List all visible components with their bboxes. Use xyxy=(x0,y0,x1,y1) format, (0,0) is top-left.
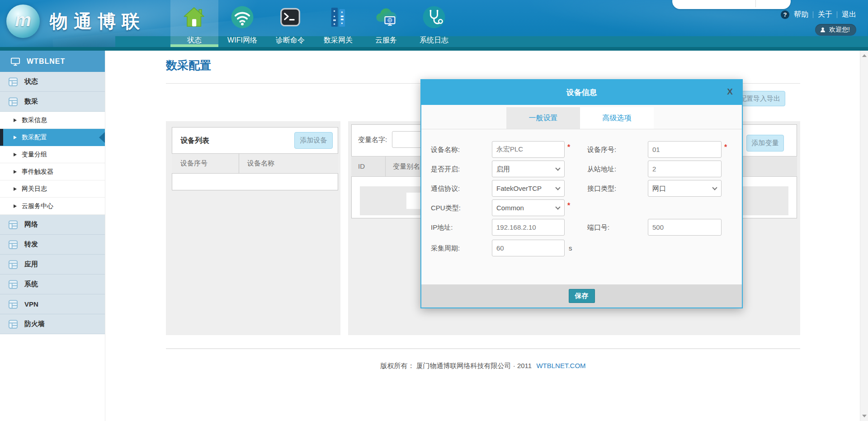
cpu-type-select[interactable]: Common xyxy=(492,199,565,216)
sidebar-item-label: 数采信息 xyxy=(22,116,47,124)
form-row: 通信协议: FatekOverTCP 接口类型: 网口 xyxy=(421,180,742,197)
nav-item-cloud[interactable]: 云服务 xyxy=(362,0,410,47)
sidebar-item-gateway-log[interactable]: 网关日志 xyxy=(0,180,105,198)
column-device-serial: 设备序号 xyxy=(180,159,208,168)
chevron-down-icon xyxy=(555,185,560,190)
nav-label: 系统日志 xyxy=(420,36,448,45)
grid-icon xyxy=(8,240,18,250)
close-icon[interactable]: X xyxy=(727,87,733,97)
device-name-input[interactable] xyxy=(492,141,565,158)
sidebar-item-label: 云服务中心 xyxy=(22,202,53,210)
nav-label: 诊断命令 xyxy=(276,36,305,45)
brand-globe-icon: m xyxy=(6,5,40,38)
sidebar: WTBLNET 状态 数采 数采信息 数采配置 变量分组 xyxy=(0,51,105,421)
protocol-select[interactable]: FatekOverTCP xyxy=(492,180,565,197)
ip-address-input[interactable] xyxy=(492,219,565,236)
help-icon[interactable]: ? xyxy=(781,10,789,19)
sidebar-item-datacollect-config[interactable]: 数采配置 xyxy=(0,129,105,146)
sidebar-item-variable-group[interactable]: 变量分组 xyxy=(0,146,105,163)
search-box[interactable] xyxy=(672,0,791,9)
column-variable-alias: 变量别名 xyxy=(393,162,420,171)
about-link[interactable]: 关于 xyxy=(818,10,832,19)
form-row: 设备名称: * 设备序号: * xyxy=(421,141,742,158)
sidebar-item-forward[interactable]: 转发 xyxy=(0,235,105,255)
nav-item-gateway[interactable]: 数采网关 xyxy=(314,0,362,47)
screen: m 物通博联 状态 xyxy=(0,0,868,421)
nav-item-syslog[interactable]: 系统日志 xyxy=(410,0,458,47)
grid-icon xyxy=(8,279,18,289)
device-name-label: 设备名称: xyxy=(431,141,490,158)
slave-address-input[interactable] xyxy=(648,161,722,177)
scroll-up-icon[interactable] xyxy=(862,54,867,57)
collect-period-input[interactable] xyxy=(492,240,565,256)
sidebar-item-label: 数采 xyxy=(24,97,38,106)
nav-item-wifi[interactable]: WIFI网络 xyxy=(218,0,266,47)
page-title: 数采配置 xyxy=(166,58,211,73)
column-divider xyxy=(385,156,386,176)
sidebar-item-label: 防火墙 xyxy=(24,320,45,328)
nav-item-status[interactable]: 状态 xyxy=(170,0,218,47)
port-input[interactable] xyxy=(648,219,722,236)
cpu-type-value: Common xyxy=(496,204,524,212)
caret-icon xyxy=(14,170,17,174)
sidebar-item-datacollect-info[interactable]: 数采信息 xyxy=(0,112,105,129)
enabled-select[interactable]: 启用 xyxy=(492,161,565,177)
top-navigation: 状态 WIFI网络 xyxy=(170,0,458,47)
sidebar-item-label: 网络 xyxy=(24,220,38,229)
sidebar-brand-text: WTBLNET xyxy=(27,57,65,66)
link-separator xyxy=(837,11,837,18)
variable-name-label: 变量名字: xyxy=(358,136,387,144)
grid-icon xyxy=(8,97,18,107)
scroll-down-icon[interactable] xyxy=(862,415,867,417)
monitor-icon xyxy=(10,57,21,66)
sidebar-item-datacollect[interactable]: 数采 xyxy=(0,92,105,112)
nav-item-diagnosis[interactable]: 诊断命令 xyxy=(266,0,314,47)
footer-link[interactable]: WTBLNET.COM xyxy=(536,362,585,369)
sidebar-item-status[interactable]: 状态 xyxy=(0,72,105,92)
copyright-text: 版权所有： 厦门物通博联网络科技有限公司 · 2011 xyxy=(380,362,532,369)
logo-glyph: m xyxy=(15,10,31,30)
interface-type-select[interactable]: 网口 xyxy=(648,180,722,197)
link-separator xyxy=(813,11,813,18)
tab-divider xyxy=(421,129,742,129)
cloud-service-icon xyxy=(373,4,399,30)
tab-advanced-options[interactable]: 高级选项 xyxy=(580,107,654,129)
nav-label: 云服务 xyxy=(375,36,397,45)
sidebar-item-cloud-center[interactable]: 云服务中心 xyxy=(0,198,105,215)
sidebar-item-vpn[interactable]: VPN xyxy=(0,294,105,314)
add-variable-button[interactable]: 添加变量 xyxy=(746,135,784,151)
collect-period-label: 采集周期: xyxy=(431,240,490,256)
logout-link[interactable]: 退出 xyxy=(842,10,856,19)
caret-icon xyxy=(14,153,17,156)
sidebar-item-app[interactable]: 应用 xyxy=(0,255,105,274)
tab-general-settings[interactable]: 一般设置 xyxy=(506,107,580,129)
slave-address-label: 从站地址: xyxy=(587,161,646,177)
footer: 版权所有： 厦门物通博联网络科技有限公司 · 2011 WTBLNET.COM xyxy=(166,362,800,370)
add-device-button[interactable]: 添加设备 xyxy=(294,132,333,149)
ip-address-label: IP地址: xyxy=(431,219,490,236)
welcome-badge[interactable]: 欢迎您! xyxy=(815,24,856,36)
sidebar-item-system[interactable]: 系统 xyxy=(0,274,105,294)
chevron-down-icon xyxy=(712,185,717,190)
device-serial-label: 设备序号: xyxy=(587,141,646,158)
sidebar-item-label: 事件触发器 xyxy=(22,168,53,176)
vertical-scrollbar[interactable] xyxy=(860,51,868,421)
save-button[interactable]: 保存 xyxy=(569,289,595,303)
grid-icon xyxy=(8,260,18,270)
caret-icon xyxy=(14,204,17,208)
device-serial-input[interactable] xyxy=(648,141,722,158)
sidebar-item-label: 系统 xyxy=(24,280,38,289)
sidebar-item-event-trigger[interactable]: 事件触发器 xyxy=(0,163,105,180)
sidebar-item-firewall[interactable]: 防火墙 xyxy=(0,314,105,334)
sidebar-item-label: 应用 xyxy=(24,260,38,269)
sidebar-item-network[interactable]: 网络 xyxy=(0,215,105,235)
required-mark: * xyxy=(567,202,570,210)
grid-icon xyxy=(8,299,18,309)
help-link[interactable]: 帮助 xyxy=(794,10,808,19)
form-row: CPU类型: Common * xyxy=(421,199,742,216)
wifi-icon xyxy=(230,4,255,30)
terminal-icon xyxy=(278,4,302,30)
device-list-title: 设备列表 xyxy=(180,136,209,146)
grid-icon xyxy=(8,220,18,230)
nav-label: WIFI网络 xyxy=(227,36,257,45)
